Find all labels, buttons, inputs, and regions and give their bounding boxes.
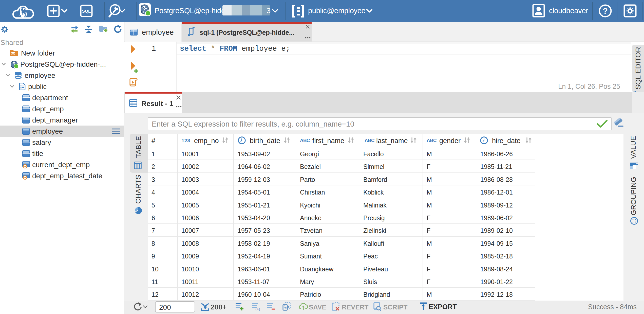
svg-text:?: ?: [603, 6, 608, 15]
svg-text:(+): (+): [255, 307, 260, 311]
svg-text:SQL: SQL: [82, 9, 91, 14]
